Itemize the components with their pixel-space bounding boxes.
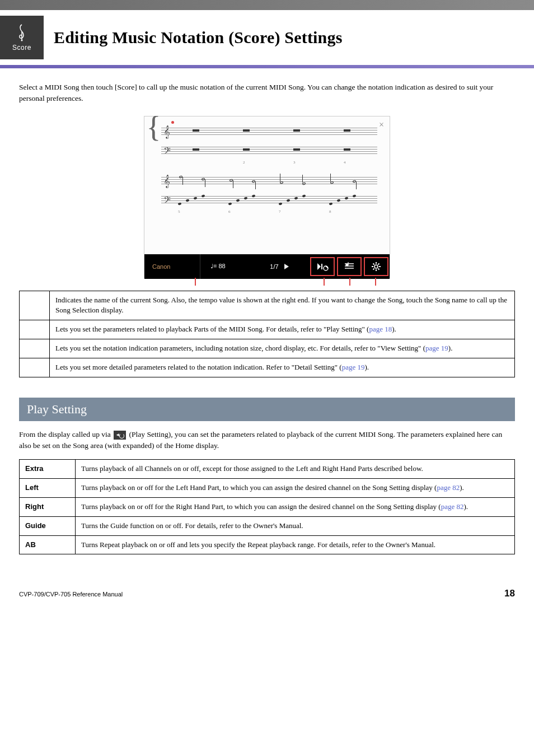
treble-staff-1: 𝄞 bbox=[153, 123, 381, 141]
staff-system-1: { 𝄞 𝄢 2 3 4 bbox=[153, 123, 381, 160]
gear-icon bbox=[371, 262, 381, 272]
page-number: 18 bbox=[504, 588, 515, 599]
desc-cell: Lets you set the notation indication par… bbox=[50, 339, 515, 358]
svg-point-8 bbox=[374, 265, 378, 268]
table-row: AB Turns Repeat playback on or off and l… bbox=[20, 535, 515, 554]
page-link[interactable]: page 19 bbox=[425, 344, 448, 352]
table-row: Guide Turns the Guide function on or off… bbox=[20, 516, 515, 535]
intro-paragraph: Select a MIDI Song then touch [Score] to… bbox=[19, 82, 515, 105]
svg-point-0 bbox=[21, 40, 23, 41]
table-row: Lets you set the notation indication par… bbox=[20, 339, 515, 358]
callout-line bbox=[375, 278, 376, 286]
tempo-display: ♩= 88 bbox=[200, 263, 250, 270]
table-row: Indicates the name of the current Song. … bbox=[20, 291, 515, 320]
page-link[interactable]: page 19 bbox=[342, 363, 365, 371]
svg-line-16 bbox=[378, 263, 380, 264]
callout-line bbox=[349, 278, 350, 286]
score-icon-label: Score bbox=[12, 44, 31, 52]
icon-cell bbox=[20, 358, 50, 377]
page-indicator-text: 1/7 bbox=[270, 263, 278, 270]
page-navigator[interactable]: 1/7 bbox=[250, 263, 309, 270]
song-name-display[interactable]: Canon bbox=[144, 254, 200, 279]
setting-desc: Turns playback of all Channels on or off… bbox=[76, 460, 515, 479]
table-row: Right Turns playback on or off for the R… bbox=[20, 497, 515, 516]
info-table: Indicates the name of the current Song. … bbox=[19, 291, 515, 377]
table-row: Lets you set more detailed parameters re… bbox=[20, 358, 515, 377]
setting-desc: Turns the Guide function on or off. For … bbox=[76, 516, 515, 535]
page-footer: CVP-709/CVP-705 Reference Manual 18 bbox=[0, 554, 534, 610]
brace-icon: { bbox=[147, 120, 161, 134]
desc-cell: Lets you set more detailed parameters re… bbox=[50, 358, 515, 377]
footer-reference: CVP-709/CVP-705 Reference Manual bbox=[19, 591, 123, 598]
svg-line-13 bbox=[373, 263, 374, 264]
music-notation-area: × { 𝄞 𝄢 2 3 4 bbox=[144, 116, 390, 254]
settings-table: Extra Turns playback of all Channels on … bbox=[19, 459, 515, 554]
page-link[interactable]: page 82 bbox=[437, 483, 460, 492]
icon-cell bbox=[20, 339, 50, 358]
page-link[interactable]: page 18 bbox=[369, 325, 392, 333]
setting-label: Guide bbox=[20, 516, 76, 535]
top-gradient-bar bbox=[0, 0, 534, 10]
header-row: Score Editing Music Notation (Score) Set… bbox=[0, 16, 534, 59]
svg-line-15 bbox=[373, 268, 374, 269]
setting-label: AB bbox=[20, 535, 76, 554]
setting-desc: Turns Repeat playback on or off and lets… bbox=[76, 535, 515, 554]
desc-cell: Lets you set the parameters related to p… bbox=[50, 320, 515, 339]
setting-desc: Turns playback on or off for the Right H… bbox=[76, 497, 515, 516]
bass-staff-2: 𝄢 5 6 7 8 bbox=[153, 192, 381, 209]
callout-line bbox=[195, 278, 196, 286]
desc-cell: Indicates the name of the current Song. … bbox=[50, 291, 515, 320]
svg-rect-1 bbox=[321, 264, 322, 269]
table-row: Left Turns playback on or off for the Le… bbox=[20, 479, 515, 498]
play-setting-intro: From the display called up via (Play Set… bbox=[19, 429, 515, 452]
view-setting-button[interactable] bbox=[337, 257, 362, 276]
view-setting-icon bbox=[344, 262, 355, 271]
score-icon-block: Score bbox=[0, 16, 44, 59]
treble-clef-icon bbox=[15, 24, 29, 41]
setting-desc: Turns playback on or off for the Left Ha… bbox=[76, 479, 515, 498]
play-setting-icon bbox=[114, 431, 126, 440]
page-link[interactable]: page 82 bbox=[441, 502, 464, 511]
icon-cell bbox=[20, 291, 50, 320]
svg-line-14 bbox=[378, 268, 380, 269]
play-setting-icon bbox=[316, 262, 329, 271]
staff-system-2: { 𝄞 𝄢 bbox=[153, 172, 381, 209]
detail-setting-button[interactable] bbox=[364, 257, 388, 276]
play-triangle-icon bbox=[284, 264, 289, 269]
song-name-text: Canon bbox=[152, 263, 170, 270]
setting-label: Right bbox=[20, 497, 76, 516]
table-row: Extra Turns playback of all Channels on … bbox=[20, 460, 515, 479]
table-row: Lets you set the parameters related to p… bbox=[20, 320, 515, 339]
page-title: Editing Music Notation (Score) Settings bbox=[54, 28, 343, 47]
treble-staff-2: 𝄞 bbox=[153, 172, 381, 190]
score-screenshot: × { 𝄞 𝄢 2 3 4 bbox=[144, 116, 390, 278]
icon-cell bbox=[20, 320, 50, 339]
score-toolbar: Canon ♩= 88 1/7 bbox=[144, 254, 390, 279]
setting-label: Extra bbox=[20, 460, 76, 479]
callout-line bbox=[324, 278, 325, 286]
bass-staff-1: 𝄢 2 3 4 bbox=[153, 142, 381, 160]
play-setting-heading: Play Setting bbox=[19, 398, 515, 421]
setting-label: Left bbox=[20, 479, 76, 498]
play-setting-button[interactable] bbox=[310, 257, 335, 276]
